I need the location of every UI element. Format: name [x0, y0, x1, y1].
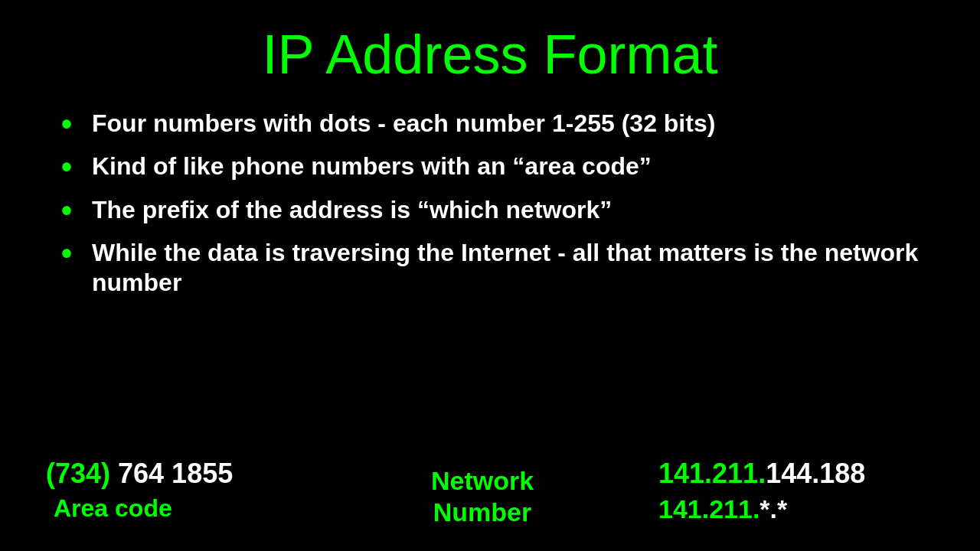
phone-column: (734) 764 1855 Area code [46, 458, 306, 523]
area-code-label: Area code [46, 494, 172, 523]
ip-wildcard-network: 141.211. [658, 494, 760, 523]
phone-local-number: 764 1855 [110, 458, 233, 489]
ip-host-part: 144.188 [766, 458, 865, 489]
slide: IP Address Format Four numbers with dots… [0, 0, 980, 551]
phone-area-code: (734) [46, 458, 110, 489]
bottom-section: (734) 764 1855 Area code Network Number … [46, 458, 934, 528]
bullet-list: Four numbers with dots - each number 1-2… [61, 109, 934, 297]
ip-full-address: 141.211.144.188 [658, 458, 865, 490]
bullet-item-2: Kind of like phone numbers with an “area… [61, 152, 934, 181]
bullet-item-3: The prefix of the address is “which netw… [61, 195, 934, 224]
bullet-item-1: Four numbers with dots - each number 1-2… [61, 109, 934, 138]
phone-number: (734) 764 1855 [46, 458, 233, 490]
ip-network-part: 141.211. [658, 458, 766, 489]
network-column: Network Number [368, 465, 597, 528]
ip-column: 141.211.144.188 141.211.*.* [658, 458, 865, 524]
ip-wildcard-host: *.* [760, 494, 787, 523]
ip-wildcard: 141.211.*.* [658, 494, 787, 524]
bullet-item-4: While the data is traversing the Interne… [61, 238, 934, 297]
network-label: Network Number [431, 465, 534, 528]
slide-title: IP Address Format [46, 23, 934, 86]
